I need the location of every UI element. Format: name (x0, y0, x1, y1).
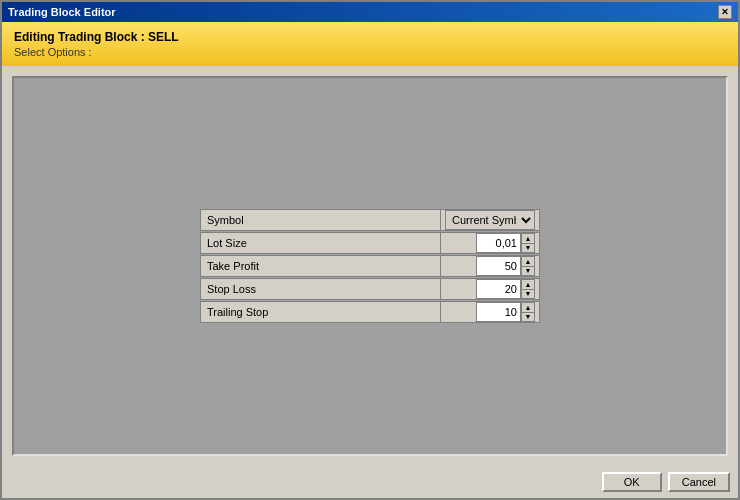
take-profit-spinner: ▲ ▼ (476, 256, 535, 276)
symbol-value: Current Symbol (440, 209, 540, 231)
stop-loss-spinner-buttons: ▲ ▼ (521, 279, 535, 299)
symbol-row: Symbol Current Symbol (200, 209, 540, 231)
window-title: Trading Block Editor (8, 6, 116, 18)
trailing-stop-input[interactable] (476, 302, 521, 322)
ok-button[interactable]: OK (602, 472, 662, 492)
header-title: Editing Trading Block : SELL (14, 30, 726, 44)
trailing-stop-row: Trailing Stop ▲ ▼ (200, 301, 540, 323)
inner-panel: Symbol Current Symbol Lot Size (12, 76, 728, 456)
take-profit-up-button[interactable]: ▲ (521, 256, 535, 266)
symbol-label: Symbol (200, 209, 440, 231)
stop-loss-up-button[interactable]: ▲ (521, 279, 535, 289)
trailing-stop-down-button[interactable]: ▼ (521, 312, 535, 323)
lot-size-label: Lot Size (200, 232, 440, 254)
lot-size-row: Lot Size ▲ ▼ (200, 232, 540, 254)
title-bar: Trading Block Editor ✕ (2, 2, 738, 22)
trailing-stop-label: Trailing Stop (200, 301, 440, 323)
take-profit-spinner-buttons: ▲ ▼ (521, 256, 535, 276)
lot-size-spinner: ▲ ▼ (476, 233, 535, 253)
trailing-stop-spinner: ▲ ▼ (476, 302, 535, 322)
footer: OK Cancel (2, 466, 738, 498)
stop-loss-down-button[interactable]: ▼ (521, 289, 535, 300)
trailing-stop-up-button[interactable]: ▲ (521, 302, 535, 312)
stop-loss-row: Stop Loss ▲ ▼ (200, 278, 540, 300)
take-profit-row: Take Profit ▲ ▼ (200, 255, 540, 277)
content-area: Symbol Current Symbol Lot Size (2, 66, 738, 466)
form-container: Symbol Current Symbol Lot Size (200, 209, 540, 323)
header-subtitle: Select Options : (14, 46, 726, 58)
close-button[interactable]: ✕ (718, 5, 732, 19)
header-section: Editing Trading Block : SELL Select Opti… (2, 22, 738, 66)
lot-size-down-button[interactable]: ▼ (521, 243, 535, 254)
take-profit-value: ▲ ▼ (440, 255, 540, 277)
lot-size-value: ▲ ▼ (440, 232, 540, 254)
stop-loss-input[interactable] (476, 279, 521, 299)
symbol-dropdown[interactable]: Current Symbol (445, 210, 535, 230)
stop-loss-value: ▲ ▼ (440, 278, 540, 300)
lot-size-input[interactable] (476, 233, 521, 253)
stop-loss-label: Stop Loss (200, 278, 440, 300)
lot-size-spinner-buttons: ▲ ▼ (521, 233, 535, 253)
trading-block-editor-window: Trading Block Editor ✕ Editing Trading B… (0, 0, 740, 500)
take-profit-input[interactable] (476, 256, 521, 276)
trailing-stop-value: ▲ ▼ (440, 301, 540, 323)
take-profit-label: Take Profit (200, 255, 440, 277)
stop-loss-spinner: ▲ ▼ (476, 279, 535, 299)
lot-size-up-button[interactable]: ▲ (521, 233, 535, 243)
take-profit-down-button[interactable]: ▼ (521, 266, 535, 277)
trailing-stop-spinner-buttons: ▲ ▼ (521, 302, 535, 322)
cancel-button[interactable]: Cancel (668, 472, 730, 492)
